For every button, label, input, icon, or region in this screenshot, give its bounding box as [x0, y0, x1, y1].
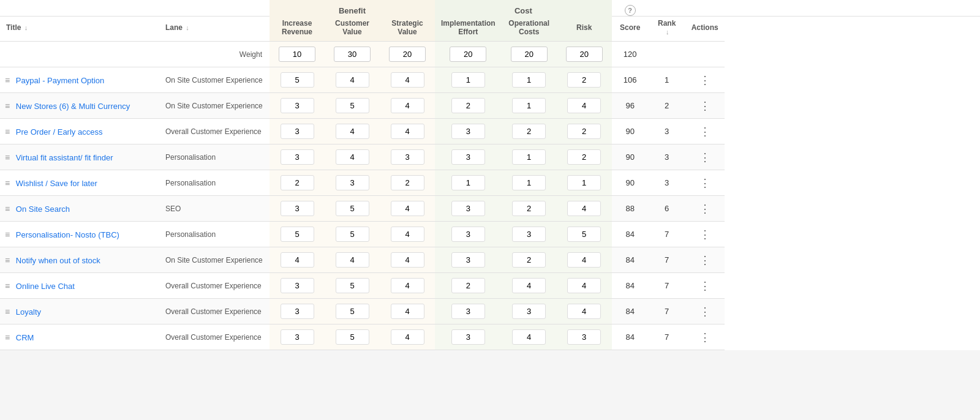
- input-customer-value[interactable]: [336, 98, 369, 113]
- input-strategic-value[interactable]: [391, 72, 424, 88]
- input-increase-revenue[interactable]: [281, 175, 314, 190]
- input-customer-value[interactable]: [336, 252, 369, 268]
- row-title-link[interactable]: Personalisation- Nosto (TBC): [16, 230, 119, 239]
- drag-icon[interactable]: ≡: [5, 127, 10, 137]
- lane-sort-icon[interactable]: ↓: [186, 24, 189, 31]
- row-title-link[interactable]: Virtual fit assistant/ fit finder: [16, 153, 113, 162]
- row-actions[interactable]: ⋮: [685, 67, 725, 93]
- row-actions[interactable]: ⋮: [685, 247, 725, 273]
- drag-icon[interactable]: ≡: [5, 307, 10, 317]
- drag-icon[interactable]: ≡: [5, 75, 10, 85]
- input-risk[interactable]: [567, 252, 601, 268]
- drag-icon[interactable]: ≡: [5, 204, 10, 214]
- input-strategic-value[interactable]: [391, 98, 424, 113]
- input-implementation-effort[interactable]: [451, 304, 485, 319]
- input-risk[interactable]: [567, 227, 601, 242]
- row-title-link[interactable]: CRM: [16, 333, 34, 342]
- input-implementation-effort[interactable]: [451, 72, 485, 88]
- row-title-link[interactable]: Paypal - Payment Option: [16, 76, 105, 85]
- input-operational-costs[interactable]: [512, 304, 546, 319]
- row-title-link[interactable]: Online Live Chat: [16, 282, 75, 291]
- input-implementation-effort[interactable]: [451, 98, 485, 113]
- row-actions[interactable]: ⋮: [685, 273, 725, 299]
- input-increase-revenue[interactable]: [281, 149, 314, 165]
- input-risk[interactable]: [567, 175, 601, 190]
- input-strategic-value[interactable]: [391, 149, 424, 165]
- input-risk[interactable]: [567, 124, 601, 139]
- input-strategic-value[interactable]: [391, 124, 424, 139]
- input-operational-costs[interactable]: [512, 98, 546, 113]
- input-operational-costs[interactable]: [512, 278, 546, 293]
- row-title-link[interactable]: New Stores (6) & Multi Currency: [16, 102, 130, 111]
- input-strategic-value[interactable]: [391, 175, 424, 190]
- input-implementation-effort[interactable]: [451, 227, 485, 242]
- input-increase-revenue[interactable]: [281, 278, 314, 293]
- input-customer-value[interactable]: [336, 201, 369, 216]
- drag-icon[interactable]: ≡: [5, 152, 10, 162]
- row-actions[interactable]: ⋮: [685, 119, 725, 144]
- input-implementation-effort[interactable]: [451, 175, 485, 190]
- input-increase-revenue[interactable]: [281, 72, 314, 88]
- rank-sort-icon[interactable]: ↓: [666, 28, 669, 36]
- title-header[interactable]: Title ↓: [0, 17, 159, 42]
- input-customer-value[interactable]: [336, 227, 369, 242]
- row-title-link[interactable]: On Site Search: [16, 204, 70, 214]
- drag-icon[interactable]: ≡: [5, 332, 10, 342]
- input-operational-costs[interactable]: [512, 124, 546, 139]
- row-actions[interactable]: ⋮: [685, 144, 725, 170]
- input-customer-value[interactable]: [336, 329, 369, 345]
- input-customer-value[interactable]: [336, 72, 369, 88]
- input-strategic-value[interactable]: [391, 252, 424, 268]
- weight-implementation-effort-input[interactable]: [450, 47, 486, 62]
- input-strategic-value[interactable]: [391, 329, 424, 345]
- input-risk[interactable]: [567, 149, 601, 165]
- row-title-link[interactable]: Loyalty: [16, 307, 41, 317]
- input-operational-costs[interactable]: [512, 175, 546, 190]
- input-implementation-effort[interactable]: [451, 252, 485, 268]
- input-strategic-value[interactable]: [391, 304, 424, 319]
- help-icon[interactable]: ?: [625, 5, 636, 16]
- input-risk[interactable]: [567, 329, 601, 345]
- input-operational-costs[interactable]: [512, 201, 546, 216]
- input-customer-value[interactable]: [336, 124, 369, 139]
- input-implementation-effort[interactable]: [451, 124, 485, 139]
- input-risk[interactable]: [567, 98, 601, 113]
- input-increase-revenue[interactable]: [281, 98, 314, 113]
- weight-increase-revenue-input[interactable]: [279, 47, 315, 62]
- row-title-link[interactable]: Notify when out of stock: [16, 256, 100, 265]
- lane-header[interactable]: Lane ↓: [159, 17, 270, 42]
- row-actions[interactable]: ⋮: [685, 196, 725, 222]
- drag-icon[interactable]: ≡: [5, 230, 10, 239]
- title-sort-icon[interactable]: ↓: [24, 24, 28, 31]
- row-actions[interactable]: ⋮: [685, 222, 725, 247]
- input-operational-costs[interactable]: [512, 227, 546, 242]
- input-strategic-value[interactable]: [391, 278, 424, 293]
- weight-risk-input[interactable]: [566, 47, 603, 62]
- input-implementation-effort[interactable]: [451, 201, 485, 216]
- input-operational-costs[interactable]: [512, 252, 546, 268]
- input-increase-revenue[interactable]: [281, 201, 314, 216]
- input-increase-revenue[interactable]: [281, 252, 314, 268]
- input-risk[interactable]: [567, 72, 601, 88]
- drag-icon[interactable]: ≡: [5, 255, 10, 265]
- input-implementation-effort[interactable]: [451, 278, 485, 293]
- input-operational-costs[interactable]: [512, 72, 546, 88]
- input-increase-revenue[interactable]: [281, 329, 314, 345]
- input-customer-value[interactable]: [336, 278, 369, 293]
- rank-header[interactable]: Rank ↓: [649, 17, 685, 42]
- row-actions[interactable]: ⋮: [685, 170, 725, 196]
- input-strategic-value[interactable]: [391, 227, 424, 242]
- weight-customer-value-input[interactable]: [334, 47, 371, 62]
- weight-strategic-value-input[interactable]: [389, 47, 426, 62]
- input-customer-value[interactable]: [336, 149, 369, 165]
- row-title-link[interactable]: Pre Order / Early access: [16, 127, 103, 137]
- input-risk[interactable]: [567, 304, 601, 319]
- drag-icon[interactable]: ≡: [5, 101, 10, 111]
- input-risk[interactable]: [567, 201, 601, 216]
- input-implementation-effort[interactable]: [451, 149, 485, 165]
- input-increase-revenue[interactable]: [281, 304, 314, 319]
- input-implementation-effort[interactable]: [451, 329, 485, 345]
- input-strategic-value[interactable]: [391, 201, 424, 216]
- row-title-link[interactable]: Wishlist / Save for later: [16, 179, 97, 188]
- input-operational-costs[interactable]: [512, 149, 546, 165]
